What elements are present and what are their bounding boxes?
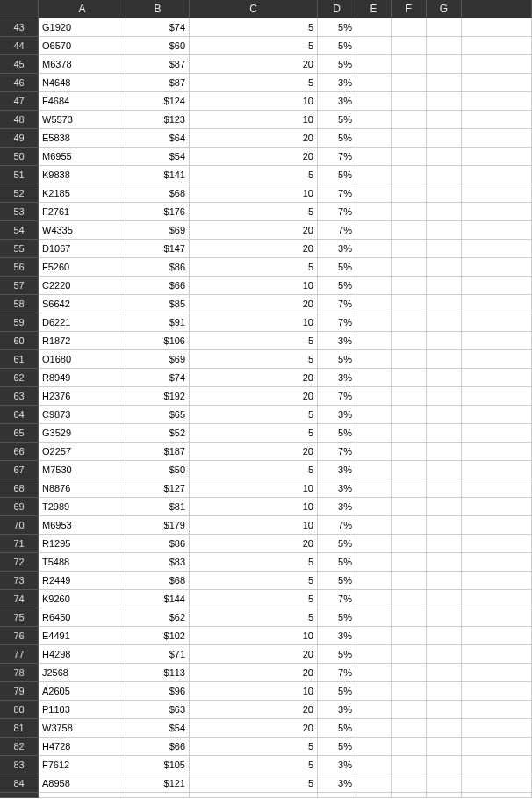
column-header-D[interactable]: D bbox=[318, 0, 356, 18]
row-header-64[interactable]: 64 bbox=[0, 406, 39, 424]
row-header-79[interactable]: 79 bbox=[0, 682, 39, 701]
cell-E68[interactable] bbox=[356, 479, 392, 498]
cell-G67[interactable] bbox=[427, 461, 462, 479]
cell-D70[interactable]: 7% bbox=[318, 516, 356, 535]
cell-B68[interactable]: $127 bbox=[126, 479, 190, 498]
cell-E47[interactable] bbox=[356, 92, 392, 111]
cell-F65[interactable] bbox=[392, 424, 427, 443]
cell-A68[interactable]: N8876 bbox=[39, 479, 126, 498]
cell-C51[interactable]: 5 bbox=[190, 166, 318, 184]
cell-E63[interactable] bbox=[356, 387, 392, 406]
cell-C50[interactable]: 20 bbox=[190, 148, 318, 166]
cell-G50[interactable] bbox=[427, 148, 462, 166]
cell-D82[interactable]: 5% bbox=[318, 738, 356, 756]
cell-G76[interactable] bbox=[427, 627, 462, 645]
row-header-69[interactable]: 69 bbox=[0, 498, 39, 516]
cell-E69[interactable] bbox=[356, 498, 392, 516]
cell-C63[interactable]: 20 bbox=[190, 387, 318, 406]
cell-A62[interactable]: R8949 bbox=[39, 369, 126, 387]
cell-G45[interactable] bbox=[427, 55, 462, 74]
row-header-85[interactable] bbox=[0, 793, 39, 798]
cell-D65[interactable]: 5% bbox=[318, 424, 356, 443]
cell-F63[interactable] bbox=[392, 387, 427, 406]
cell-E64[interactable] bbox=[356, 406, 392, 424]
cell-partial[interactable] bbox=[427, 793, 462, 798]
cell-A45[interactable]: M6378 bbox=[39, 55, 126, 74]
cell-E62[interactable] bbox=[356, 369, 392, 387]
cell-C72[interactable]: 5 bbox=[190, 553, 318, 572]
cell-E49[interactable] bbox=[356, 129, 392, 148]
cell-D61[interactable]: 5% bbox=[318, 350, 356, 369]
cell-B73[interactable]: $68 bbox=[126, 572, 190, 590]
cell-F44[interactable] bbox=[392, 37, 427, 55]
cell-C68[interactable]: 10 bbox=[190, 479, 318, 498]
cell-D73[interactable]: 5% bbox=[318, 572, 356, 590]
cell-F68[interactable] bbox=[392, 479, 427, 498]
cell-G80[interactable] bbox=[427, 701, 462, 719]
row-header-74[interactable]: 74 bbox=[0, 590, 39, 608]
cell-C54[interactable]: 20 bbox=[190, 221, 318, 240]
cell-C77[interactable]: 20 bbox=[190, 645, 318, 664]
cell-D76[interactable]: 3% bbox=[318, 627, 356, 645]
cell-B54[interactable]: $69 bbox=[126, 221, 190, 240]
cell-C81[interactable]: 20 bbox=[190, 719, 318, 738]
cell-D64[interactable]: 3% bbox=[318, 406, 356, 424]
cell-F56[interactable] bbox=[392, 258, 427, 277]
cell-D75[interactable]: 5% bbox=[318, 608, 356, 627]
row-header-55[interactable]: 55 bbox=[0, 240, 39, 258]
column-header-A[interactable]: A bbox=[39, 0, 126, 18]
cell-A81[interactable]: W3758 bbox=[39, 719, 126, 738]
cell-G71[interactable] bbox=[427, 535, 462, 553]
cell-F66[interactable] bbox=[392, 443, 427, 461]
cell-B49[interactable]: $64 bbox=[126, 129, 190, 148]
cell-E67[interactable] bbox=[356, 461, 392, 479]
cell-A77[interactable]: H4298 bbox=[39, 645, 126, 664]
cell-F52[interactable] bbox=[392, 184, 427, 203]
cell-D50[interactable]: 7% bbox=[318, 148, 356, 166]
cell-E56[interactable] bbox=[356, 258, 392, 277]
cell-F54[interactable] bbox=[392, 221, 427, 240]
column-header-B[interactable]: B bbox=[126, 0, 190, 18]
cell-A55[interactable]: D1067 bbox=[39, 240, 126, 258]
cell-D84[interactable]: 3% bbox=[318, 774, 356, 793]
row-header-61[interactable]: 61 bbox=[0, 350, 39, 369]
cell-F82[interactable] bbox=[392, 738, 427, 756]
cell-F55[interactable] bbox=[392, 240, 427, 258]
cell-C44[interactable]: 5 bbox=[190, 37, 318, 55]
cell-B84[interactable]: $121 bbox=[126, 774, 190, 793]
cell-D59[interactable]: 7% bbox=[318, 313, 356, 332]
cell-A83[interactable]: F7612 bbox=[39, 756, 126, 774]
cell-G79[interactable] bbox=[427, 682, 462, 701]
cell-B44[interactable]: $60 bbox=[126, 37, 190, 55]
column-header-F[interactable]: F bbox=[392, 0, 427, 18]
row-header-65[interactable]: 65 bbox=[0, 424, 39, 443]
cell-D47[interactable]: 3% bbox=[318, 92, 356, 111]
cell-partial[interactable] bbox=[39, 793, 126, 798]
cell-D62[interactable]: 3% bbox=[318, 369, 356, 387]
cell-A53[interactable]: F2761 bbox=[39, 203, 126, 221]
cell-B52[interactable]: $68 bbox=[126, 184, 190, 203]
cell-C47[interactable]: 10 bbox=[190, 92, 318, 111]
cell-B66[interactable]: $187 bbox=[126, 443, 190, 461]
cell-D74[interactable]: 7% bbox=[318, 590, 356, 608]
cell-D71[interactable]: 5% bbox=[318, 535, 356, 553]
row-header-49[interactable]: 49 bbox=[0, 129, 39, 148]
cell-B46[interactable]: $87 bbox=[126, 74, 190, 92]
cell-A46[interactable]: N4648 bbox=[39, 74, 126, 92]
cell-B76[interactable]: $102 bbox=[126, 627, 190, 645]
cell-A59[interactable]: D6221 bbox=[39, 313, 126, 332]
cell-E51[interactable] bbox=[356, 166, 392, 184]
row-header-52[interactable]: 52 bbox=[0, 184, 39, 203]
cell-A52[interactable]: K2185 bbox=[39, 184, 126, 203]
cell-C53[interactable]: 5 bbox=[190, 203, 318, 221]
cell-D45[interactable]: 5% bbox=[318, 55, 356, 74]
cell-F79[interactable] bbox=[392, 682, 427, 701]
row-header-67[interactable]: 67 bbox=[0, 461, 39, 479]
cell-C73[interactable]: 5 bbox=[190, 572, 318, 590]
cell-C69[interactable]: 10 bbox=[190, 498, 318, 516]
cell-G52[interactable] bbox=[427, 184, 462, 203]
cell-A69[interactable]: T2989 bbox=[39, 498, 126, 516]
cell-E59[interactable] bbox=[356, 313, 392, 332]
cell-D67[interactable]: 3% bbox=[318, 461, 356, 479]
cell-A63[interactable]: H2376 bbox=[39, 387, 126, 406]
